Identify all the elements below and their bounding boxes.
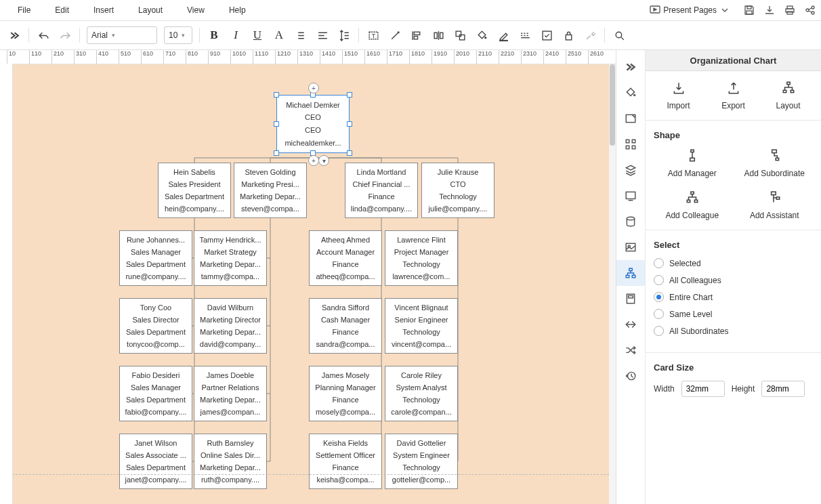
grid-tab-icon[interactable] xyxy=(616,131,645,157)
layout-button[interactable]: Layout xyxy=(763,81,813,110)
present-button[interactable]: Present Pages xyxy=(646,3,734,17)
org-card[interactable]: James MoselyPlanning ManagerFinancemosel… xyxy=(309,366,382,421)
card-title: System Engineer xyxy=(387,449,456,461)
group-button[interactable] xyxy=(450,25,470,45)
fill-button[interactable] xyxy=(471,25,492,45)
download-icon[interactable] xyxy=(764,5,775,16)
selection-handle[interactable] xyxy=(347,92,352,98)
font-select[interactable]: Arial▾ xyxy=(87,26,157,44)
select-option[interactable]: All Colleagues xyxy=(654,275,813,285)
page-tab-icon[interactable] xyxy=(616,286,645,312)
org-card[interactable]: Steven GoldingMarketing Presi...Marketin… xyxy=(234,163,307,218)
card-email: julie@company.... xyxy=(423,203,492,215)
orgchart-tab-icon[interactable] xyxy=(616,260,645,286)
org-card[interactable]: Tony CooSales DirectorSales Departmentto… xyxy=(119,298,192,354)
height-input[interactable] xyxy=(761,381,805,397)
spacing-button[interactable] xyxy=(334,25,354,45)
org-card[interactable]: Rune Johannes...Sales ManagerSales Depar… xyxy=(119,230,192,286)
selection-handle[interactable] xyxy=(274,121,279,127)
vertical-scrollbar[interactable] xyxy=(609,64,616,504)
lock-button[interactable] xyxy=(558,25,578,45)
image-tab-icon[interactable] xyxy=(616,106,645,131)
add-below-handle[interactable]: + xyxy=(308,155,319,166)
redo-button[interactable] xyxy=(55,25,75,45)
textbox-button[interactable]: T xyxy=(363,25,383,45)
page[interactable]: Michael DemkerCEOCEOmichealdemker...++▾H… xyxy=(12,64,616,504)
org-card[interactable]: Ruth BarnsleyOnline Sales Dir...Marketin… xyxy=(194,434,267,489)
org-card[interactable]: Tammy Hendrick...Market StrategyMarketin… xyxy=(194,230,267,286)
org-card[interactable]: Keisha FieldsSettlement OfficerFinanceke… xyxy=(309,434,382,489)
share-icon[interactable] xyxy=(805,5,816,16)
org-card[interactable]: James DoeblePartner RelationsMarketing D… xyxy=(194,366,267,421)
add-colleague-button[interactable]: Add Colleague xyxy=(654,190,731,220)
radio-icon xyxy=(654,258,664,268)
slide-tab-icon[interactable] xyxy=(616,183,645,209)
card-dept: Technology xyxy=(387,394,456,406)
distribute-button[interactable] xyxy=(428,25,448,45)
layers-tab-icon[interactable] xyxy=(616,157,645,183)
canvas-viewport[interactable]: Michael DemkerCEOCEOmichealdemker...++▾H… xyxy=(0,64,616,504)
select-option[interactable]: All Subordinates xyxy=(654,326,813,336)
org-card[interactable]: Julie KrauseCTOTechnologyjulie@company..… xyxy=(421,163,494,218)
italic-button[interactable]: I xyxy=(226,25,246,45)
bold-button[interactable]: B xyxy=(204,25,224,45)
org-card[interactable]: David GottelierSystem EngineerTechnology… xyxy=(385,434,458,489)
data-tab-icon[interactable] xyxy=(616,209,645,234)
expand-icon[interactable] xyxy=(4,25,24,45)
add-subordinate-button[interactable]: Add Subordinate xyxy=(736,148,814,178)
line-color-button[interactable] xyxy=(493,25,513,45)
org-card[interactable]: Vincent BlignautSenior EngineerTechnolog… xyxy=(385,298,458,354)
import-button[interactable]: Import xyxy=(654,81,703,110)
menu-insert[interactable]: Insert xyxy=(81,3,126,18)
menu-layout[interactable]: Layout xyxy=(126,3,175,18)
select-option[interactable]: Entire Chart xyxy=(654,292,813,302)
fontsize-select[interactable]: 10▾ xyxy=(164,26,192,44)
select-option[interactable]: Same Level xyxy=(654,309,813,319)
tools-button[interactable] xyxy=(580,25,600,45)
add-assistant-button[interactable]: Add Assistant xyxy=(736,190,814,220)
line-style-button[interactable] xyxy=(515,25,535,45)
select-option[interactable]: Selected xyxy=(654,258,813,268)
org-card[interactable]: Carole RileySystem AnalystTechnologycaro… xyxy=(385,366,458,421)
underline-button[interactable]: U xyxy=(247,25,268,45)
connector-button[interactable] xyxy=(385,25,405,45)
fill-tab-icon[interactable] xyxy=(616,80,645,106)
width-input[interactable] xyxy=(681,381,725,397)
menu-file[interactable]: File xyxy=(5,3,43,18)
add-manager-button[interactable]: Add Manager xyxy=(654,148,731,178)
font-color-button[interactable]: A xyxy=(269,25,289,45)
org-card[interactable]: Linda MortlandChief Financial ...Finance… xyxy=(345,163,418,218)
org-card[interactable]: Michael DemkerCEOCEOmichealdemker... xyxy=(276,95,350,153)
export-button[interactable]: Export xyxy=(709,81,758,110)
svg-rect-26 xyxy=(626,146,629,149)
org-card[interactable]: Hein SabelisSales PresidentSales Departm… xyxy=(158,163,231,218)
add-above-handle[interactable]: + xyxy=(308,83,319,93)
menu-view[interactable]: View xyxy=(175,3,217,18)
selection-handle[interactable] xyxy=(347,150,352,156)
align-objects-button[interactable] xyxy=(406,25,427,45)
check-button[interactable] xyxy=(536,25,557,45)
selection-handle[interactable] xyxy=(274,92,279,98)
selection-handle[interactable] xyxy=(274,150,279,156)
save-icon[interactable] xyxy=(744,5,755,16)
org-card[interactable]: Fabio DesideriSales ManagerSales Departm… xyxy=(119,366,192,421)
search-button[interactable] xyxy=(609,25,629,45)
expand-handle[interactable]: ▾ xyxy=(318,155,329,166)
arrange-tab-icon[interactable] xyxy=(616,312,645,337)
menu-help[interactable]: Help xyxy=(217,3,258,18)
collapse-icon[interactable] xyxy=(616,54,645,80)
selection-handle[interactable] xyxy=(347,121,352,127)
print-icon[interactable] xyxy=(784,5,795,16)
menu-edit[interactable]: Edit xyxy=(43,3,81,18)
picture-tab-icon[interactable] xyxy=(616,234,645,260)
undo-button[interactable] xyxy=(33,25,54,45)
org-card[interactable]: Lawrence FlintProject ManagerTechnologyl… xyxy=(385,230,458,286)
org-card[interactable]: Sandra SiffordCash ManagerFinancesandra@… xyxy=(309,298,382,354)
highlight-button[interactable] xyxy=(291,25,311,45)
align-button[interactable] xyxy=(312,25,333,45)
history-tab-icon[interactable] xyxy=(616,363,645,389)
org-card[interactable]: Atheeq AhmedAccount ManagerFinanceatheeq… xyxy=(309,230,382,286)
org-card[interactable]: David WilburnMarketing DirectorMarketing… xyxy=(194,298,267,354)
shuffle-tab-icon[interactable] xyxy=(616,337,645,363)
org-card[interactable]: Janet WilsonSales Associate ...Sales Dep… xyxy=(119,434,192,489)
